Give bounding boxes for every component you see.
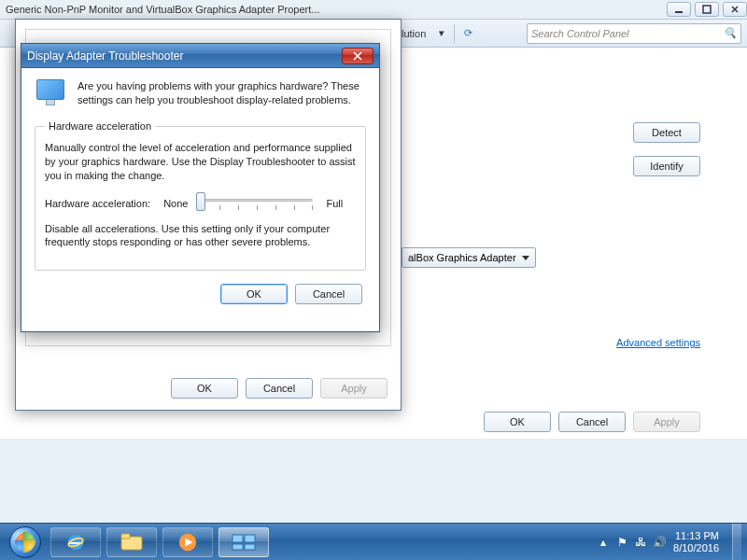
troubleshooter-title: Display Adapter Troubleshooter (27, 49, 183, 63)
tray-network-icon[interactable]: 🖧 (634, 536, 647, 549)
taskbar: ▴ ⚑ 🖧 🔊 11:13 PM 8/10/2016 (0, 523, 747, 560)
troubleshooter-close-button[interactable] (342, 48, 374, 64)
search-placeholder: Search Control Panel (531, 28, 629, 39)
cp-ok-button[interactable]: OK (484, 412, 551, 432)
svg-rect-5 (121, 534, 130, 539)
svg-rect-10 (245, 544, 255, 550)
svg-rect-0 (675, 11, 683, 13)
properties-window-caption: Generic Non-PnP Monitor and VirtualBox G… (0, 0, 747, 19)
slider-thumb[interactable] (196, 192, 205, 211)
hardware-acceleration-text: Manually control the level of accelerati… (45, 141, 356, 183)
detect-button[interactable]: Detect (633, 122, 700, 143)
advanced-settings-link[interactable]: Advanced settings (616, 337, 700, 348)
cp-apply-button: Apply (633, 412, 700, 432)
clock-date: 8/10/2016 (673, 542, 719, 554)
identify-button[interactable]: Identify (633, 156, 700, 176)
troubleshooter-titlebar[interactable]: Display Adapter Troubleshooter (21, 44, 379, 68)
props-cancel-button[interactable]: Cancel (246, 378, 313, 399)
taskbar-clock[interactable]: 11:13 PM 8/10/2016 (673, 530, 719, 553)
adapter-dropdown[interactable]: alBox Graphics Adapter (402, 247, 536, 268)
troubleshooter-intro: Are you having problems with your graphi… (78, 79, 366, 109)
close-button[interactable] (723, 2, 747, 17)
acceleration-description: Disable all accelerations. Use this sett… (45, 222, 356, 250)
breadcrumb-fragment[interactable]: lution (398, 26, 430, 41)
tray-action-center-icon[interactable]: ⚑ (615, 536, 628, 549)
ts-cancel-button[interactable]: Cancel (295, 284, 362, 304)
start-button[interactable] (6, 526, 45, 558)
tray-volume-icon[interactable]: 🔊 (653, 536, 666, 549)
maximize-button[interactable] (695, 2, 719, 17)
ts-ok-button[interactable]: OK (220, 284, 288, 304)
properties-window-title: Generic Non-PnP Monitor and VirtualBox G… (6, 4, 320, 15)
task-control-panel[interactable] (218, 527, 269, 557)
task-explorer[interactable] (106, 527, 157, 557)
svg-rect-7 (233, 535, 243, 542)
toolbar-divider (454, 24, 455, 43)
svg-rect-9 (233, 544, 243, 550)
tray-chevron-icon[interactable]: ▴ (597, 536, 610, 549)
svg-rect-1 (703, 6, 711, 13)
task-ie[interactable] (50, 527, 101, 557)
slider-label: Hardware acceleration: (45, 198, 150, 209)
props-ok-button[interactable]: OK (171, 378, 238, 399)
clock-time: 11:13 PM (673, 530, 719, 542)
props-apply-button: Apply (320, 378, 388, 399)
system-tray: ▴ ⚑ 🖧 🔊 11:13 PM 8/10/2016 (597, 530, 723, 553)
task-media-player[interactable] (162, 527, 213, 557)
slider-min-label: None (163, 198, 188, 209)
adapter-dropdown-value: alBox Graphics Adapter (408, 252, 516, 263)
refresh-icon[interactable]: ⟳ (460, 25, 476, 41)
hardware-acceleration-group: Hardware acceleration Manually control t… (35, 120, 366, 271)
minimize-button[interactable] (667, 2, 691, 17)
troubleshooter-dialog: Display Adapter Troubleshooter Are you h… (21, 43, 380, 332)
show-desktop-button[interactable] (732, 524, 741, 561)
acceleration-slider[interactable] (201, 192, 313, 215)
search-input[interactable]: Search Control Panel 🔍 (527, 23, 741, 44)
hardware-acceleration-legend: Hardware acceleration (45, 120, 155, 132)
breadcrumb-chevron-icon[interactable]: ▾ (435, 25, 448, 41)
search-icon[interactable]: 🔍 (724, 27, 737, 39)
svg-rect-8 (245, 535, 255, 542)
slider-max-label: Full (326, 198, 343, 209)
cp-cancel-button[interactable]: Cancel (558, 412, 626, 432)
monitor-icon (35, 79, 68, 109)
